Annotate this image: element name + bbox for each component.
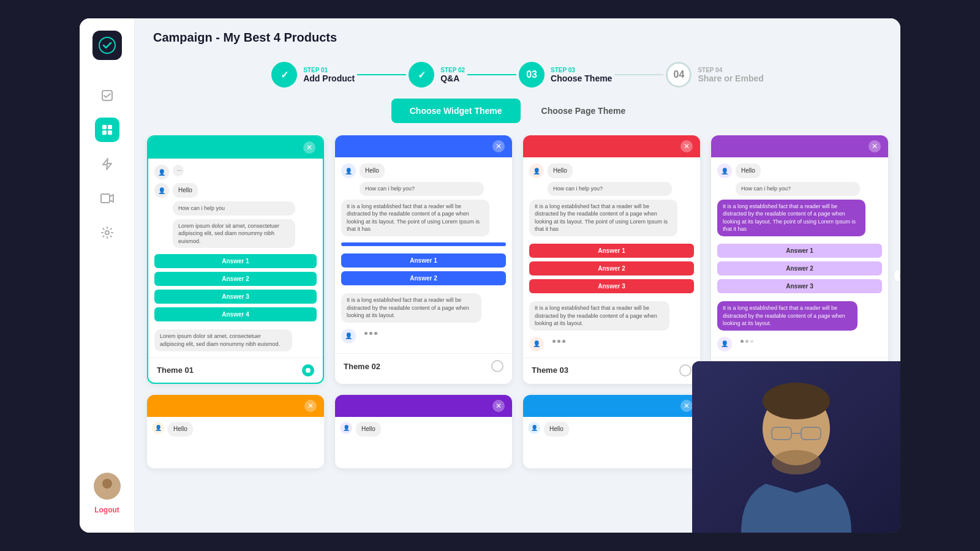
theme-card-07[interactable]: ✕ 👤 Hello	[523, 395, 700, 468]
sidebar-icon-settings[interactable]	[95, 220, 119, 245]
theme-03-close[interactable]: ✕	[680, 140, 693, 152]
theme-card-04[interactable]: ✕ 👤 Hello How can i help you?	[711, 135, 888, 384]
theme-03-radio[interactable]	[679, 364, 692, 377]
tab-widget-theme[interactable]: Choose Widget Theme	[391, 99, 521, 123]
sidebar-icon-grid[interactable]	[95, 118, 119, 142]
hello-bubble: Hello	[173, 183, 198, 198]
sidebar-icon-video[interactable]	[95, 186, 119, 211]
theme-03-footer: Theme 03	[523, 358, 700, 383]
theme-01-body: 👤 ··· 👤 Hello How can i help you	[148, 159, 323, 358]
theme-03-name: Theme 03	[532, 365, 568, 375]
svg-point-9	[102, 479, 112, 489]
theme-card-05[interactable]: ✕ 👤 Hello	[147, 395, 324, 468]
svg-rect-4	[102, 130, 107, 135]
theme-03-header: ✕	[523, 135, 700, 157]
app-logo	[92, 31, 122, 60]
main-content: Campaign - My Best 4 Products ✓ STEP 01 …	[135, 18, 900, 533]
step-02-label: STEP 02	[440, 67, 465, 73]
svg-rect-6	[101, 194, 110, 203]
connector-3	[614, 74, 663, 75]
avatar	[94, 473, 121, 500]
theme-02-name: Theme 02	[344, 362, 380, 371]
theme-02-header: ✕	[335, 135, 512, 157]
svg-point-0	[99, 37, 115, 53]
theme-07-close[interactable]: ✕	[680, 400, 693, 412]
step-01: ✓ STEP 01 Add Product	[271, 62, 355, 88]
theme-06-header: ✕	[335, 395, 512, 417]
theme-01-radio[interactable]	[302, 364, 314, 377]
tab-row: Choose Widget Theme Choose Page Theme	[135, 99, 900, 123]
theme-04-body: 👤 Hello How can i help you? It is a long…	[711, 157, 888, 358]
tab-page-theme[interactable]: Choose Page Theme	[523, 99, 644, 123]
step-01-circle: ✓	[271, 62, 297, 88]
presenter-video	[692, 361, 900, 533]
sidebar: Logout	[80, 18, 135, 533]
theme-01-footer: Theme 01	[148, 358, 323, 383]
theme-02-body: 👤 Hello How can i help you? It is a long…	[335, 157, 512, 353]
theme-04-header: ✕	[711, 135, 888, 157]
theme-07-body: 👤 Hello	[523, 417, 700, 468]
theme-02-close[interactable]: ✕	[492, 140, 505, 152]
theme-01-name: Theme 01	[157, 365, 194, 375]
theme-card-02[interactable]: ✕ 👤 Hello How can i help you?	[335, 135, 512, 384]
theme-05-body: 👤 Hello	[147, 417, 324, 468]
theme-card-06[interactable]: ✕ 👤 Hello	[335, 395, 512, 468]
chat-avatar-2: 👤	[154, 183, 169, 198]
steps-bar: ✓ STEP 01 Add Product ✓ STEP 02 Q&A 03	[135, 54, 900, 99]
logout-button[interactable]: Logout	[94, 506, 119, 514]
theme-06-close[interactable]: ✕	[492, 400, 505, 412]
top-bar: Campaign - My Best 4 Products	[135, 18, 900, 54]
svg-point-17	[772, 450, 821, 474]
svg-rect-2	[102, 125, 107, 129]
sidebar-nav	[95, 83, 119, 455]
page-title: Campaign - My Best 4 Products	[153, 31, 882, 45]
chat-avatar: 👤	[154, 165, 169, 179]
step-04: 04 STEP 04 Share or Embed	[666, 62, 763, 88]
theme-07-header: ✕	[523, 395, 700, 417]
step-01-name: Add Product	[303, 73, 355, 83]
step-04-circle: 04	[666, 62, 692, 88]
step-03-label: STEP 03	[551, 67, 612, 73]
connector-2	[467, 74, 516, 75]
sidebar-icon-checkbox[interactable]	[95, 83, 119, 108]
step-01-label: STEP 01	[303, 67, 355, 73]
step-02-name: Q&A	[440, 73, 465, 83]
step-03-info: STEP 03 Choose Theme	[551, 67, 612, 83]
theme-card-03[interactable]: ✕ 👤 Hello How can i help you?	[523, 135, 700, 384]
step-01-info: STEP 01 Add Product	[303, 67, 355, 83]
theme-card-01[interactable]: ✕ 👤 ··· 👤 Hello	[147, 135, 324, 384]
svg-point-13	[763, 383, 830, 419]
theme-01-header: ✕	[148, 137, 323, 159]
step-02-circle: ✓	[409, 62, 434, 88]
step-04-name: Share or Embed	[698, 73, 763, 83]
theme-05-header: ✕	[147, 395, 324, 417]
theme-02-footer: Theme 02	[335, 353, 512, 378]
svg-rect-5	[108, 130, 112, 135]
theme-06-body: 👤 Hello	[335, 417, 512, 468]
step-03-name: Choose Theme	[551, 73, 612, 83]
step-03-circle: 03	[519, 62, 545, 88]
step-02-info: STEP 02 Q&A	[440, 67, 465, 83]
sidebar-icon-lightning[interactable]	[95, 152, 119, 176]
theme-02-radio[interactable]	[491, 360, 503, 372]
svg-rect-3	[108, 125, 112, 129]
sidebar-bottom: Logout	[94, 473, 121, 520]
step-03: 03 STEP 03 Choose Theme	[519, 62, 612, 88]
theme-01-close[interactable]: ✕	[303, 141, 315, 154]
connector-1	[357, 74, 406, 75]
step-02: ✓ STEP 02 Q&A	[409, 62, 465, 88]
main-window: Logout › Campaign - My Best 4 Products ✓…	[80, 18, 900, 533]
video-overlay	[692, 361, 900, 533]
theme-04-close[interactable]: ✕	[869, 140, 881, 152]
theme-05-close[interactable]: ✕	[304, 400, 317, 412]
theme-03-body: 👤 Hello How can i help you? It is a long…	[523, 157, 700, 358]
svg-point-7	[105, 231, 109, 234]
step-04-info: STEP 04 Share or Embed	[698, 67, 763, 83]
step-04-label: STEP 04	[698, 67, 763, 73]
